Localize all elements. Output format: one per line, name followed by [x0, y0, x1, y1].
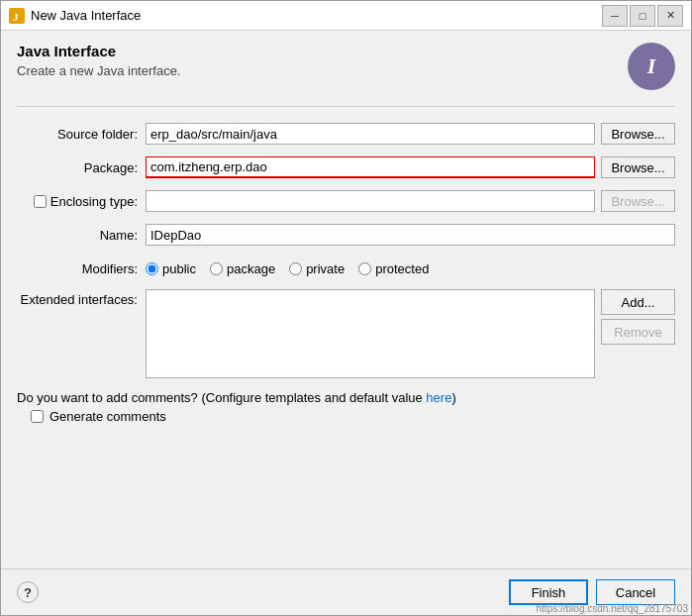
remove-button[interactable]: Remove: [601, 319, 675, 345]
add-button[interactable]: Add...: [601, 289, 675, 315]
enclosing-type-input[interactable]: [146, 190, 595, 212]
modifier-public[interactable]: public: [146, 261, 196, 276]
comments-checkbox-row: Generate comments: [31, 409, 675, 424]
generate-comments-label: Generate comments: [49, 409, 166, 424]
finish-button[interactable]: Finish: [509, 579, 588, 605]
window-icon: J: [9, 8, 25, 24]
extended-label: Extended interfaces:: [17, 289, 146, 307]
watermark: https://blog.csdn.net/qq_28175703: [537, 603, 688, 614]
java-interface-icon: I: [628, 43, 675, 90]
source-folder-row: Source folder: Browse...: [17, 121, 675, 147]
modifier-private-label: private: [306, 261, 345, 276]
header-section: Java Interface Create a new Java interfa…: [17, 43, 675, 90]
header-text: Java Interface Create a new Java interfa…: [17, 43, 618, 78]
name-input[interactable]: [146, 224, 675, 246]
generate-comments-checkbox[interactable]: [31, 410, 44, 423]
source-folder-browse-button[interactable]: Browse...: [601, 123, 675, 145]
header-title: Java Interface: [17, 43, 618, 59]
cancel-button[interactable]: Cancel: [596, 579, 675, 605]
enclosing-type-row: Enclosing type: Browse...: [17, 188, 675, 214]
source-folder-label: Source folder:: [17, 127, 146, 142]
package-row: Package: Browse...: [17, 154, 675, 180]
modifier-package-radio[interactable]: [210, 262, 223, 275]
close-button[interactable]: ✕: [657, 5, 683, 27]
modifier-private-radio[interactable]: [289, 262, 302, 275]
modifier-public-radio[interactable]: [146, 262, 158, 275]
dialog-buttons: Finish Cancel: [509, 579, 675, 605]
modifier-protected[interactable]: protected: [358, 261, 429, 276]
header-subtitle: Create a new Java interface.: [17, 63, 618, 78]
modifier-package-label: package: [227, 261, 275, 276]
enclosing-type-label-area: Enclosing type:: [17, 194, 146, 209]
window-title: New Java Interface: [31, 8, 602, 23]
modifiers-radio-group: public package private protected: [146, 261, 675, 276]
maximize-button[interactable]: □: [630, 5, 655, 27]
window-controls: ─ □ ✕: [602, 5, 683, 27]
comments-text-after: ): [451, 390, 455, 405]
enclosing-type-checkbox[interactable]: [34, 195, 47, 208]
modifier-protected-label: protected: [375, 261, 429, 276]
separator: [17, 106, 675, 107]
modifiers-label: Modifiers:: [17, 261, 146, 276]
minimize-button[interactable]: ─: [602, 5, 628, 27]
enclosing-type-label: Enclosing type:: [50, 194, 138, 209]
comments-section: Do you want to add comments? (Configure …: [17, 390, 675, 424]
extended-interfaces-textarea[interactable]: [146, 289, 595, 378]
comments-text: Do you want to add comments? (Configure …: [17, 390, 426, 405]
package-browse-button[interactable]: Browse...: [601, 156, 675, 178]
extended-interfaces-row: Extended interfaces: Add... Remove: [17, 289, 675, 378]
extended-buttons: Add... Remove: [601, 289, 675, 345]
modifier-public-label: public: [162, 261, 196, 276]
source-folder-input[interactable]: [146, 123, 595, 145]
modifier-private[interactable]: private: [289, 261, 345, 276]
name-label: Name:: [17, 228, 146, 243]
modifier-package[interactable]: package: [210, 261, 275, 276]
package-label: Package:: [17, 160, 146, 175]
dialog-content: Java Interface Create a new Java interfa…: [1, 31, 691, 568]
comments-here-link[interactable]: here: [426, 390, 451, 405]
name-row: Name:: [17, 222, 675, 248]
modifier-protected-radio[interactable]: [358, 262, 371, 275]
form-section: Source folder: Browse... Package: Browse…: [17, 121, 675, 378]
package-input[interactable]: [146, 156, 595, 178]
title-bar: J New Java Interface ─ □ ✕: [1, 1, 691, 31]
modifiers-row: Modifiers: public package private: [17, 256, 675, 281]
svg-text:J: J: [13, 11, 19, 23]
enclosing-type-browse-button[interactable]: Browse...: [601, 190, 675, 212]
help-button[interactable]: ?: [17, 581, 39, 603]
